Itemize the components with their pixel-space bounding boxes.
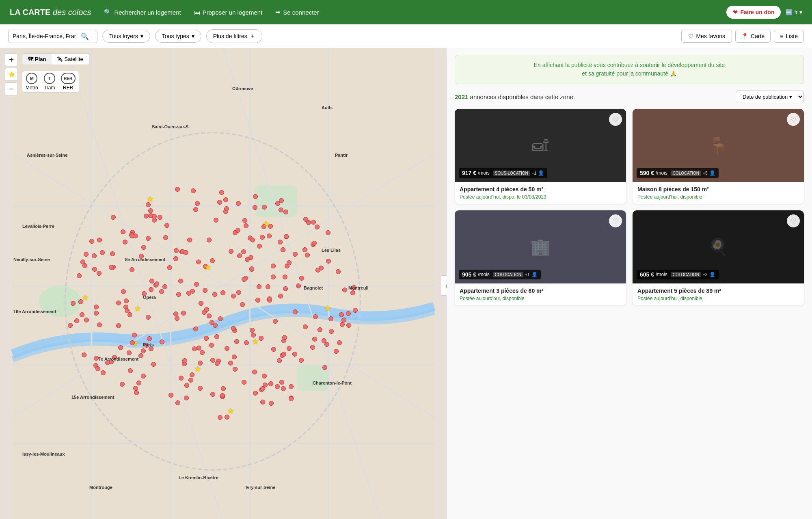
sort-select[interactable]: Date de publication ▾ (736, 91, 804, 103)
filter-more[interactable]: Plus de filtres ＋ (206, 29, 262, 43)
list-icon: ≡ (780, 33, 783, 39)
filter-types[interactable]: Tous types ▾ (155, 30, 201, 43)
heart-icon: ❤ (733, 9, 738, 15)
tram-button[interactable]: T Tram (44, 73, 55, 91)
favorites-button[interactable]: ♡ Mes favoris (681, 30, 732, 43)
results-header: 2021 annonces disponibles dans cette zon… (455, 91, 804, 103)
filter-bar: 🔍 Tous loyers ▾ Tous types ▾ Plus de fil… (0, 24, 812, 48)
price-badge: 917 € /mois SOUS-LOCATION +1 👤 (459, 168, 547, 178)
listing-title: Appartement 5 pièces de 89 m² (637, 288, 799, 294)
chevron-down-icon: ▾ (799, 9, 802, 15)
zoom-in-button[interactable]: + (5, 53, 18, 66)
listing-image: 🛋 ♡ 917 € /mois SOUS-LOCATION +1 👤 (455, 109, 626, 182)
search-input[interactable] (13, 33, 78, 39)
nav-connect[interactable]: ➡ Se connecter (275, 9, 319, 16)
listing-info: Appartement 4 pièces de 50 m² Postée auj… (455, 182, 626, 204)
map-area[interactable]: ★★★★★★★★★★ + ⭐ − 🗺 Plan 🛰 Satellite M Mé… (0, 48, 447, 519)
nav-propose[interactable]: 🛏 Proposer un logement (194, 9, 263, 16)
map-controls: + ⭐ − (5, 53, 18, 95)
listing-card[interactable]: 🛋 ♡ 917 € /mois SOUS-LOCATION +1 👤 Appar… (455, 109, 626, 204)
carte-button[interactable]: 📍 Carte (735, 30, 771, 43)
listing-info: Appartement 5 pièces de 89 m² Postée auj… (633, 283, 804, 305)
person-icon: 👤 (709, 272, 715, 277)
listing-card[interactable]: 🍳 ♡ 605 € /mois COLOCATION +3 👤 Appartem… (633, 210, 804, 305)
language-selector[interactable]: 🔤 fr ▾ (786, 9, 802, 15)
listing-info: Appartement 3 pièces de 60 m² Postée auj… (455, 283, 626, 305)
satellite-icon: 🛰 (57, 56, 63, 62)
login-icon: ➡ (275, 9, 281, 16)
person-icon: 👤 (709, 170, 715, 176)
listing-title: Maison 8 pièces de 150 m² (637, 186, 799, 192)
listings-grid: 🛋 ♡ 917 € /mois SOUS-LOCATION +1 👤 Appar… (455, 109, 804, 305)
listing-info: Maison 8 pièces de 150 m² Postée aujourd… (633, 182, 804, 204)
nav-links: 🔍 Rechercher un logement 🛏 Proposer un l… (104, 9, 713, 16)
bed-icon: 🛏 (194, 9, 200, 16)
person-icon: 👤 (538, 170, 544, 176)
favorite-button[interactable]: ♡ (609, 113, 622, 126)
main-content: ★★★★★★★★★★ + ⭐ − 🗺 Plan 🛰 Satellite M Mé… (0, 48, 812, 519)
donate-button[interactable]: ❤ Faire un don (726, 6, 781, 19)
satellite-button[interactable]: 🛰 Satellite (52, 54, 89, 65)
listing-card[interactable]: 🪑 ♡ 590 € /mois COLOCATION +5 👤 Maison 8… (633, 109, 804, 204)
metro-button[interactable]: M Métro (26, 73, 38, 91)
logo-sub: des colocs (53, 8, 91, 17)
person-icon: 👤 (531, 272, 538, 277)
logo-main: LA CARTE (10, 8, 50, 17)
favorite-button[interactable]: ♡ (787, 113, 800, 126)
heart-icon: ♡ (688, 33, 693, 39)
listing-date: Postée aujourd'hui, disponible (637, 296, 799, 301)
plan-button[interactable]: 🗺 Plan (22, 54, 52, 65)
price-badge: 905 € /mois COLOCATION +1 👤 (459, 270, 541, 279)
zoom-out-button[interactable]: − (5, 82, 18, 95)
svg-point-1 (39, 285, 81, 317)
svg-rect-0 (13, 48, 434, 519)
liste-button[interactable]: ≡ Liste (774, 30, 804, 43)
chevron-down-icon: ▾ (192, 33, 194, 39)
listing-image: 🪑 ♡ 590 € /mois COLOCATION +5 👤 (633, 109, 804, 182)
listing-date: Postée aujourd'hui, disponible (637, 194, 799, 200)
map-icon: 🗺 (28, 56, 33, 62)
listing-card[interactable]: 🏢 ♡ 905 € /mois COLOCATION +1 👤 Appartem… (455, 210, 626, 305)
results-count: 2021 annonces disponibles dans cette zon… (455, 93, 575, 100)
listing-date: Postée aujourd'hui, dispo. le 03/03/2023 (460, 194, 621, 200)
count-number: 2021 (455, 93, 468, 100)
filter-loyers[interactable]: Tous loyers ▾ (102, 30, 150, 43)
chevron-down-icon: ▾ (140, 33, 143, 39)
header: LA CARTE des colocs 🔍 Rechercher un loge… (0, 0, 812, 24)
map-type-bar: 🗺 Plan 🛰 Satellite (22, 53, 89, 65)
listing-title: Appartement 3 pièces de 60 m² (460, 288, 621, 294)
listing-image: 🍳 ♡ 605 € /mois COLOCATION +3 👤 (633, 210, 804, 283)
logo: LA CARTE des colocs (10, 8, 91, 17)
transit-bar: M Métro T Tram RER RER (22, 71, 79, 93)
listing-title: Appartement 4 pièces de 50 m² (460, 186, 621, 192)
search-icon: 🔍 (81, 32, 89, 40)
view-buttons: ♡ Mes favoris 📍 Carte ≡ Liste (681, 30, 804, 43)
search-icon: 🔍 (104, 9, 112, 16)
count-text: annonces disponibles dans cette zone. (470, 93, 575, 100)
favorite-star-button[interactable]: ⭐ (5, 68, 18, 81)
price-badge: 605 € /mois COLOCATION +3 👤 (637, 270, 719, 279)
ad-banner: En affichant la publicité vous contribue… (455, 55, 804, 84)
map-expand-button[interactable]: › (441, 275, 447, 296)
plus-icon: ＋ (250, 32, 255, 40)
translate-icon: 🔤 (786, 9, 793, 15)
listing-image: 🏢 ♡ 905 € /mois COLOCATION +1 👤 (455, 210, 626, 283)
nav-search[interactable]: 🔍 Rechercher un logement (104, 9, 181, 16)
right-panel: En affichant la publicité vous contribue… (447, 48, 812, 519)
favorite-button[interactable]: ♡ (787, 214, 800, 227)
rer-button[interactable]: RER RER (61, 73, 76, 91)
map-pin-icon: 📍 (741, 33, 748, 39)
listing-date: Postée aujourd'hui, disponible (460, 296, 621, 301)
header-actions: ❤ Faire un don 🔤 fr ▾ (726, 6, 802, 19)
search-box: 🔍 (8, 30, 97, 43)
favorite-button[interactable]: ♡ (609, 214, 622, 227)
price-badge: 590 € /mois COLOCATION +5 👤 (637, 168, 719, 178)
